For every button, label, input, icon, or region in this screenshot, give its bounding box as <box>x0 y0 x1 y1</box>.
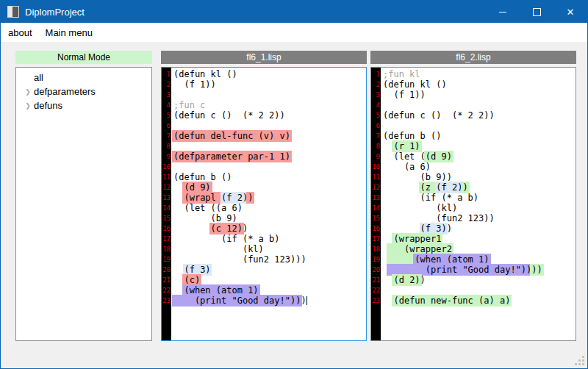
chevron-right-icon[interactable]: ❯ <box>22 88 34 96</box>
code-line: (z (f 2)) <box>383 182 576 193</box>
code-line: (fun2 123))) <box>173 254 366 265</box>
line-number: 15 <box>371 213 381 223</box>
line-number: 13 <box>162 193 171 203</box>
menu-item-about[interactable]: about <box>8 27 32 38</box>
maximize-icon <box>533 8 541 16</box>
line-number: 6 <box>162 121 171 131</box>
code-line: (r 1) <box>383 141 576 151</box>
code-line: (f 3) <box>173 265 366 275</box>
code-text <box>383 182 420 193</box>
code-text: (defun kl () <box>383 79 447 90</box>
code-text: (defun kl () <box>173 69 237 79</box>
code-line <box>173 141 366 151</box>
app-window: DiplomProject ✕ aboutMain menu Normal Mo… <box>0 0 588 369</box>
code-line: (wrapper2 <box>383 244 576 254</box>
code-line: (c) <box>173 275 366 285</box>
code-line <box>173 121 366 131</box>
file-tree: all❯defparameters❯defuns <box>15 67 152 341</box>
code-text: (f 1)) <box>383 90 426 100</box>
code-line: (d 2)) <box>383 275 576 285</box>
code-line: (d 9) <box>173 182 366 193</box>
mode-button[interactable]: Normal Mode <box>15 51 152 64</box>
code-line: (defun new-func (a) a) <box>383 295 576 306</box>
code-line: (defun c () (* 2 2)) <box>173 110 366 121</box>
code-line: (f 1)) <box>173 79 366 90</box>
code-text: (defun c () (* 2 2)) <box>173 110 285 121</box>
tree-item-label: defparameters <box>34 86 96 97</box>
code-line: (defun del-func (v) v) <box>173 131 366 141</box>
line-number: 16 <box>371 223 381 234</box>
code-text: (kl) <box>173 244 264 254</box>
line-number: 23 <box>162 295 171 306</box>
maximize-button[interactable] <box>520 1 553 23</box>
highlighted-code: (d 9) <box>424 151 453 162</box>
code-text <box>383 223 420 234</box>
line-number: 20 <box>371 265 381 275</box>
code-line: ;fun kl <box>383 69 576 79</box>
highlighted-code: (wrapl <box>182 192 223 204</box>
line-number: 8 <box>371 141 381 151</box>
code-text: ) <box>301 295 306 306</box>
line-number: 18 <box>162 244 171 254</box>
code-line: (when (atom 1) <box>383 254 576 265</box>
code-text: (b 9)) <box>383 172 452 182</box>
chevron-right-icon[interactable]: ❯ <box>22 102 34 110</box>
code-line: (print "Good day!")))) <box>383 265 576 275</box>
highlighted-code: (print "Good day!")) <box>172 295 302 307</box>
line-number: 7 <box>162 131 171 141</box>
code-panel-right[interactable]: 1234567891011121314151617181920212223 ;f… <box>370 67 576 341</box>
line-number: 7 <box>371 131 381 141</box>
line-number-gutter: 1234567891011121314151617181920212223 <box>162 68 171 340</box>
close-button[interactable]: ✕ <box>553 1 587 23</box>
code-line <box>383 285 576 295</box>
line-number: 11 <box>371 172 381 182</box>
code-line: (b 9) <box>173 213 366 223</box>
menu-bar: aboutMain menu <box>1 23 587 42</box>
line-number: 14 <box>371 203 381 213</box>
minimize-button[interactable] <box>486 1 520 23</box>
code-text: (kl) <box>383 203 457 213</box>
menu-item-main-menu[interactable]: Main menu <box>46 27 93 38</box>
code-text: ;fun c <box>173 100 205 110</box>
line-number: 12 <box>371 182 381 193</box>
close-icon: ✕ <box>567 7 575 18</box>
resize-grip[interactable] <box>575 356 584 365</box>
highlighted-code: (c 12) <box>209 223 244 234</box>
tree-item-all[interactable]: all <box>16 71 151 85</box>
line-number: 1 <box>162 69 171 79</box>
line-number: 22 <box>371 285 381 295</box>
tree-item-defparameters[interactable]: ❯defparameters <box>16 85 151 98</box>
highlighted-code: )) <box>530 264 543 276</box>
code-line: (defparameter par-1 1) <box>173 151 366 162</box>
line-number: 11 <box>162 172 171 182</box>
line-number: 13 <box>371 193 381 203</box>
code-line: (f 3)) <box>383 223 576 234</box>
window-controls: ✕ <box>486 1 587 23</box>
highlighted-code: ) <box>461 182 469 193</box>
minimize-icon <box>499 12 506 12</box>
window-title: DiplomProject <box>25 7 85 18</box>
code-line: (kl) <box>173 244 366 254</box>
code-text: (let ( <box>383 151 426 162</box>
code-line <box>383 100 576 110</box>
highlighted-code: (f 2) <box>435 182 463 193</box>
line-number: 4 <box>162 100 171 110</box>
code-panel-left[interactable]: 1234567891011121314151617181920212223 (d… <box>161 67 367 341</box>
line-number: 22 <box>162 285 171 295</box>
line-number: 8 <box>162 141 171 151</box>
grip-dots <box>582 363 584 365</box>
line-number: 3 <box>162 90 171 100</box>
tree-item-defuns[interactable]: ❯defuns <box>16 98 151 112</box>
panel-header-right: fl6_2.lisp <box>370 51 576 64</box>
line-number: 2 <box>162 79 171 90</box>
line-number: 21 <box>162 275 171 285</box>
line-number: 10 <box>162 162 171 172</box>
code-text: (defun c () (* 2 2)) <box>383 110 495 121</box>
line-number: 4 <box>371 100 381 110</box>
code-line: (print "Good day!"))) <box>173 295 366 306</box>
code-line: (defun kl () <box>383 79 576 90</box>
panel-header-left: fl6_1.lisp <box>161 51 367 64</box>
code-text: ) <box>447 223 452 234</box>
title-bar: DiplomProject ✕ <box>1 1 587 23</box>
code-text: ) <box>243 223 248 234</box>
